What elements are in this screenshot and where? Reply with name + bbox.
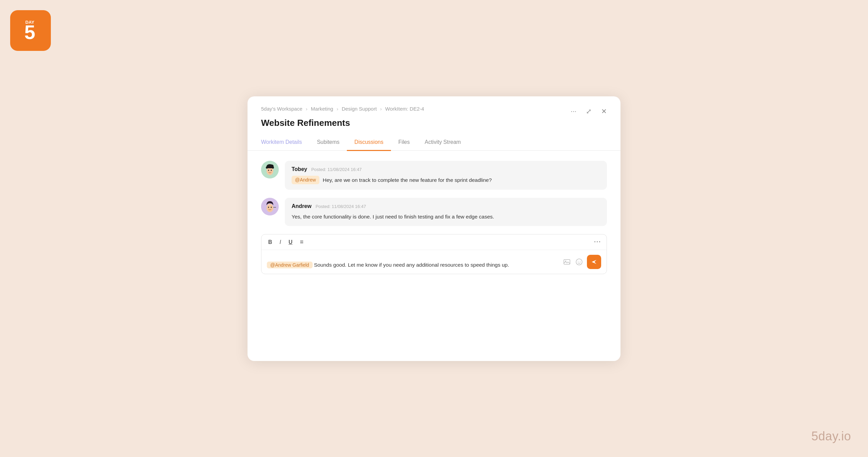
expand-button[interactable]: ⤢ <box>585 106 593 117</box>
message-time-tobey: Posted: 11/08/2024 16:47 <box>311 167 362 172</box>
mention-tag-tobey[interactable]: @Andrew <box>292 176 319 184</box>
emoji-button[interactable] <box>575 258 584 266</box>
message-header-andrew: Andrew Posted: 11/08/2024 16:47 <box>292 203 600 209</box>
modal-header: 5day's Workspace › Marketing › Design Su… <box>248 96 620 151</box>
svg-point-18 <box>578 261 578 262</box>
svg-point-13 <box>268 207 269 208</box>
composer: B I U ≡ ··· @Andrew Garfield Sounds good… <box>261 234 607 274</box>
message-content-tobey: @Andrew Hey, are we on track to complete… <box>292 176 600 184</box>
avatar-tobey <box>261 161 279 178</box>
svg-point-9 <box>268 170 269 171</box>
message-bubble-andrew: Andrew Posted: 11/08/2024 16:47 Yes, the… <box>285 198 607 226</box>
svg-rect-15 <box>564 260 570 264</box>
toolbar-more-button[interactable]: ··· <box>594 239 601 246</box>
svg-point-17 <box>576 259 582 265</box>
tab-files[interactable]: Files <box>391 136 417 151</box>
breadcrumb-sep-2: › <box>337 106 338 112</box>
svg-text:5: 5 <box>24 21 35 43</box>
message-text-andrew: Yes, the core functionality is done. I j… <box>292 213 494 221</box>
italic-button[interactable]: I <box>278 239 282 246</box>
watermark: 5day.io <box>811 429 851 443</box>
svg-point-19 <box>580 261 580 262</box>
avatar-andrew <box>261 198 279 215</box>
breadcrumb-item-1[interactable]: 5day's Workspace <box>261 106 302 112</box>
svg-point-10 <box>271 170 272 171</box>
window-controls: ··· ⤢ ✕ <box>569 106 608 117</box>
breadcrumb-item-4[interactable]: WorkItem: DE2-4 <box>385 106 424 112</box>
svg-point-12 <box>267 204 273 212</box>
message-header-tobey: Tobey Posted: 11/08/2024 16:47 <box>292 166 600 172</box>
send-button[interactable] <box>587 255 601 269</box>
align-button[interactable]: ≡ <box>299 238 305 246</box>
modal-panel: 5day's Workspace › Marketing › Design Su… <box>248 96 620 361</box>
svg-point-8 <box>272 167 274 169</box>
tab-activity-stream[interactable]: Activity Stream <box>417 136 468 151</box>
composer-text-area[interactable]: @Andrew Garfield Sounds good. Let me kno… <box>267 261 558 269</box>
composer-draft-content: Sounds good. Let me know if you need any… <box>314 262 509 268</box>
breadcrumb: 5day's Workspace › Marketing › Design Su… <box>261 106 607 112</box>
breadcrumb-sep-1: › <box>306 106 308 112</box>
message-bubble-tobey: Tobey Posted: 11/08/2024 16:47 @Andrew H… <box>285 161 607 190</box>
message-author-andrew: Andrew <box>292 203 312 209</box>
svg-point-14 <box>271 207 272 208</box>
composer-body: @Andrew Garfield Sounds good. Let me kno… <box>261 250 607 274</box>
svg-point-7 <box>266 167 268 169</box>
bold-button[interactable]: B <box>267 239 274 246</box>
modal-body: Tobey Posted: 11/08/2024 16:47 @Andrew H… <box>248 151 620 284</box>
breadcrumb-item-3[interactable]: Design Support <box>342 106 377 112</box>
svg-point-6 <box>268 164 271 167</box>
tab-workitem-details[interactable]: Workitem Details <box>261 136 310 151</box>
app-logo[interactable]: DAY 5 <box>10 10 51 51</box>
breadcrumb-item-2[interactable]: Marketing <box>311 106 333 112</box>
message-text-tobey: Hey, are we on track to complete the new… <box>323 176 492 184</box>
message-tobey: Tobey Posted: 11/08/2024 16:47 @Andrew H… <box>261 161 607 190</box>
tab-discussions[interactable]: Discussions <box>347 136 391 151</box>
breadcrumb-sep-3: › <box>380 106 382 112</box>
composer-mention-tag[interactable]: @Andrew Garfield <box>267 262 313 268</box>
tab-nav: Workitem Details Subitems Discussions Fi… <box>248 136 620 151</box>
image-button[interactable] <box>563 258 571 266</box>
tab-subitems[interactable]: Subitems <box>310 136 347 151</box>
composer-toolbar-left: B I U ≡ <box>267 238 305 246</box>
message-content-andrew: Yes, the core functionality is done. I j… <box>292 213 600 221</box>
composer-actions <box>563 255 601 269</box>
composer-toolbar: B I U ≡ ··· <box>261 234 607 250</box>
message-time-andrew: Posted: 11/08/2024 16:47 <box>316 204 366 209</box>
message-andrew: Andrew Posted: 11/08/2024 16:47 Yes, the… <box>261 198 607 226</box>
page-title: Website Refinements <box>261 118 607 128</box>
message-author-tobey: Tobey <box>292 166 307 172</box>
close-button[interactable]: ✕ <box>600 106 608 117</box>
more-options-button[interactable]: ··· <box>569 106 578 116</box>
underline-button[interactable]: U <box>287 239 294 246</box>
